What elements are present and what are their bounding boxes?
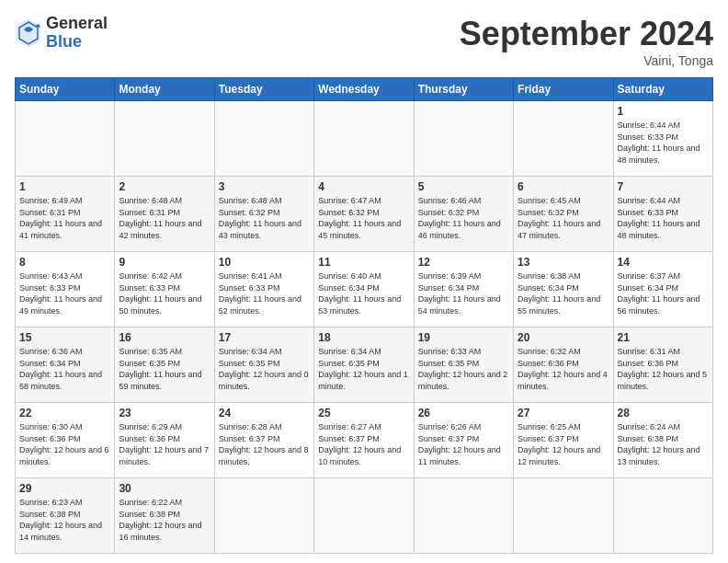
location-subtitle: Vaini, Tonga: [460, 53, 713, 68]
day-number: 3: [219, 180, 310, 193]
day-number: 15: [19, 331, 110, 344]
day-info: Sunrise: 6:43 AMSunset: 6:33 PMDaylight:…: [19, 270, 110, 316]
page: General Blue September 2024 Vaini, Tonga…: [0, 0, 728, 563]
calendar-cell: [514, 101, 613, 177]
logo-text: General Blue: [46, 15, 108, 52]
day-number: 30: [119, 482, 210, 495]
calendar-cell: [314, 101, 414, 177]
calendar-cell: 22Sunrise: 6:30 AMSunset: 6:36 PMDayligh…: [16, 403, 115, 478]
day-info: Sunrise: 6:33 AMSunset: 6:35 PMDaylight:…: [418, 346, 509, 392]
day-number: 13: [518, 256, 609, 269]
calendar-cell: 15Sunrise: 6:36 AMSunset: 6:34 PMDayligh…: [16, 327, 115, 403]
calendar-cell: [613, 478, 712, 554]
calendar-cell: 14Sunrise: 6:37 AMSunset: 6:34 PMDayligh…: [613, 252, 712, 327]
calendar-cell: [514, 478, 613, 554]
calendar-cell: [16, 101, 115, 177]
logo-icon: [15, 17, 42, 50]
calendar-cell: 11Sunrise: 6:40 AMSunset: 6:34 PMDayligh…: [314, 252, 414, 327]
calendar-cell: 3Sunrise: 6:48 AMSunset: 6:32 PMDaylight…: [214, 177, 313, 252]
day-info: Sunrise: 6:28 AMSunset: 6:37 PMDaylight:…: [219, 421, 310, 467]
calendar-cell: 2Sunrise: 6:48 AMSunset: 6:31 PMDaylight…: [115, 177, 214, 252]
day-info: Sunrise: 6:34 AMSunset: 6:35 PMDaylight:…: [318, 346, 409, 392]
calendar-cell: 26Sunrise: 6:26 AMSunset: 6:37 PMDayligh…: [414, 403, 513, 478]
day-number: 21: [618, 331, 709, 344]
day-info: Sunrise: 6:22 AMSunset: 6:38 PMDaylight:…: [119, 497, 210, 543]
day-number: 28: [618, 407, 709, 419]
day-info: Sunrise: 6:48 AMSunset: 6:31 PMDaylight:…: [119, 195, 210, 241]
day-info: Sunrise: 6:30 AMSunset: 6:36 PMDaylight:…: [19, 421, 110, 467]
calendar-cell: 23Sunrise: 6:29 AMSunset: 6:36 PMDayligh…: [115, 403, 214, 478]
calendar-cell: 4Sunrise: 6:47 AMSunset: 6:32 PMDaylight…: [314, 177, 414, 252]
day-number: 1: [618, 105, 709, 118]
day-number: 14: [618, 256, 709, 269]
day-header-saturday: Saturday: [613, 78, 712, 101]
day-info: Sunrise: 6:31 AMSunset: 6:36 PMDaylight:…: [618, 346, 709, 392]
day-info: Sunrise: 6:49 AMSunset: 6:31 PMDaylight:…: [19, 195, 110, 241]
day-number: 20: [518, 331, 609, 344]
calendar-cell: [115, 101, 214, 177]
day-header-monday: Monday: [115, 78, 214, 101]
day-number: 16: [119, 331, 210, 344]
day-number: 23: [119, 407, 210, 419]
month-title: September 2024: [460, 15, 713, 53]
day-info: Sunrise: 6:23 AMSunset: 6:38 PMDaylight:…: [19, 497, 110, 543]
day-number: 1: [19, 180, 110, 193]
day-number: 29: [19, 482, 110, 495]
calendar-cell: 18Sunrise: 6:34 AMSunset: 6:35 PMDayligh…: [314, 327, 414, 403]
day-header-friday: Friday: [514, 78, 613, 101]
day-info: Sunrise: 6:45 AMSunset: 6:32 PMDaylight:…: [518, 195, 609, 241]
day-number: 26: [418, 407, 509, 419]
calendar-cell: [414, 101, 513, 177]
title-block: September 2024 Vaini, Tonga: [460, 15, 713, 68]
day-info: Sunrise: 6:41 AMSunset: 6:33 PMDaylight:…: [219, 270, 310, 316]
day-info: Sunrise: 6:46 AMSunset: 6:32 PMDaylight:…: [418, 195, 509, 241]
day-number: 22: [19, 407, 110, 419]
day-number: 7: [618, 180, 709, 193]
day-info: Sunrise: 6:36 AMSunset: 6:34 PMDaylight:…: [19, 346, 110, 392]
calendar-cell: 7Sunrise: 6:44 AMSunset: 6:33 PMDaylight…: [613, 177, 712, 252]
day-number: 2: [119, 180, 210, 193]
calendar-cell: 20Sunrise: 6:32 AMSunset: 6:36 PMDayligh…: [514, 327, 613, 403]
calendar-cell: 10Sunrise: 6:41 AMSunset: 6:33 PMDayligh…: [214, 252, 313, 327]
day-number: 25: [318, 407, 409, 419]
calendar-cell: 27Sunrise: 6:25 AMSunset: 6:37 PMDayligh…: [514, 403, 613, 478]
day-info: Sunrise: 6:40 AMSunset: 6:34 PMDaylight:…: [318, 270, 409, 316]
calendar-cell: [214, 101, 313, 177]
logo-blue: Blue: [46, 33, 108, 52]
calendar-cell: 30Sunrise: 6:22 AMSunset: 6:38 PMDayligh…: [115, 478, 214, 554]
day-info: Sunrise: 6:38 AMSunset: 6:34 PMDaylight:…: [518, 270, 609, 316]
day-info: Sunrise: 6:37 AMSunset: 6:34 PMDaylight:…: [618, 270, 709, 316]
day-number: 12: [418, 256, 509, 269]
calendar-cell: 29Sunrise: 6:23 AMSunset: 6:38 PMDayligh…: [16, 478, 115, 554]
day-info: Sunrise: 6:35 AMSunset: 6:35 PMDaylight:…: [119, 346, 210, 392]
day-info: Sunrise: 6:26 AMSunset: 6:37 PMDaylight:…: [418, 421, 509, 467]
day-number: 11: [318, 256, 409, 269]
day-info: Sunrise: 6:32 AMSunset: 6:36 PMDaylight:…: [518, 346, 609, 392]
day-info: Sunrise: 6:34 AMSunset: 6:35 PMDaylight:…: [219, 346, 310, 392]
calendar-cell: 16Sunrise: 6:35 AMSunset: 6:35 PMDayligh…: [115, 327, 214, 403]
day-number: 9: [119, 256, 210, 269]
calendar-cell: 28Sunrise: 6:24 AMSunset: 6:38 PMDayligh…: [613, 403, 712, 478]
day-info: Sunrise: 6:39 AMSunset: 6:34 PMDaylight:…: [418, 270, 509, 316]
calendar-cell: 24Sunrise: 6:28 AMSunset: 6:37 PMDayligh…: [214, 403, 313, 478]
day-number: 18: [318, 331, 409, 344]
day-info: Sunrise: 6:47 AMSunset: 6:32 PMDaylight:…: [318, 195, 409, 241]
calendar-cell: 13Sunrise: 6:38 AMSunset: 6:34 PMDayligh…: [514, 252, 613, 327]
day-number: 6: [518, 180, 609, 193]
calendar-cell: 9Sunrise: 6:42 AMSunset: 6:33 PMDaylight…: [115, 252, 214, 327]
calendar-cell: [414, 478, 513, 554]
day-header-sunday: Sunday: [16, 78, 115, 101]
calendar-cell: 1Sunrise: 6:44 AMSunset: 6:33 PMDaylight…: [613, 101, 712, 177]
day-info: Sunrise: 6:25 AMSunset: 6:37 PMDaylight:…: [518, 421, 609, 467]
day-number: 8: [19, 256, 110, 269]
calendar-cell: 19Sunrise: 6:33 AMSunset: 6:35 PMDayligh…: [414, 327, 513, 403]
day-number: 17: [219, 331, 310, 344]
calendar-cell: 25Sunrise: 6:27 AMSunset: 6:37 PMDayligh…: [314, 403, 414, 478]
day-header-wednesday: Wednesday: [314, 78, 414, 101]
calendar-cell: 5Sunrise: 6:46 AMSunset: 6:32 PMDaylight…: [414, 177, 513, 252]
day-number: 19: [418, 331, 509, 344]
logo: General Blue: [15, 15, 108, 52]
calendar-cell: 1Sunrise: 6:49 AMSunset: 6:31 PMDaylight…: [16, 177, 115, 252]
calendar-cell: 8Sunrise: 6:43 AMSunset: 6:33 PMDaylight…: [16, 252, 115, 327]
calendar-cell: 6Sunrise: 6:45 AMSunset: 6:32 PMDaylight…: [514, 177, 613, 252]
